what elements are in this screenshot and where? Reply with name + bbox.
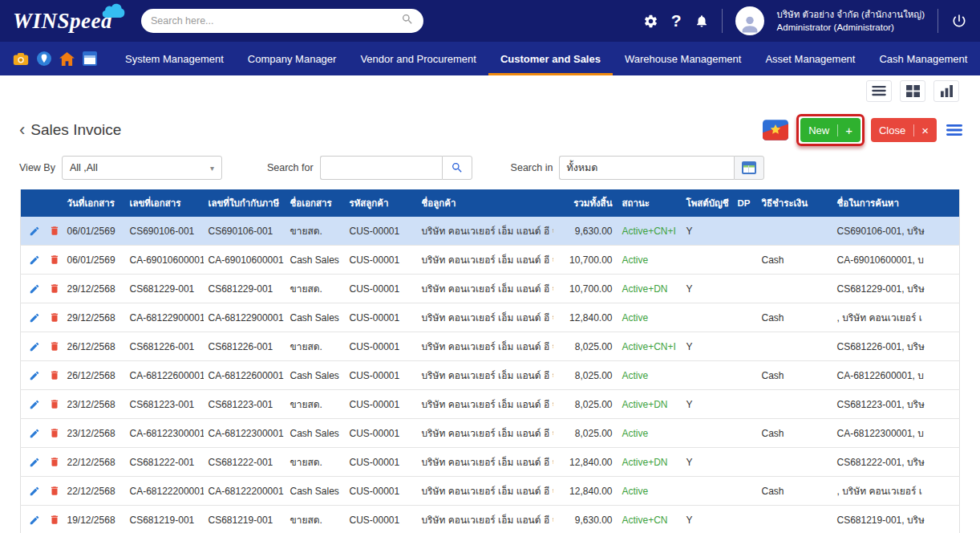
delete-trash-icon[interactable]: [49, 398, 60, 410]
column-header[interactable]: เลขที่ใบกำกับภาษี: [204, 189, 285, 217]
cell-status: Active: [618, 303, 682, 332]
cell-customer-name: บริษัท คอนเวเยอร์ เอ็ม แอนด์ อี จ: [417, 275, 553, 303]
edit-pencil-icon[interactable]: [29, 312, 40, 323]
cell-status: Active: [618, 419, 682, 448]
delete-trash-icon[interactable]: [49, 254, 60, 266]
delete-trash-icon[interactable]: [49, 369, 60, 381]
chart-view-icon[interactable]: [933, 80, 959, 102]
delete-trash-icon[interactable]: [49, 427, 60, 439]
cell-customer-code: CUS-00001: [345, 303, 417, 332]
global-search[interactable]: [141, 9, 423, 33]
cell-search-name: CA-68122300001, บ: [832, 419, 960, 448]
column-header[interactable]: รหัสลูกค้า: [345, 189, 417, 217]
delete-trash-icon[interactable]: [49, 340, 60, 352]
app-flag-icon-button[interactable]: [763, 119, 790, 141]
cell-payment: [757, 217, 832, 246]
back-button[interactable]: ‹: [19, 121, 25, 139]
page-actions: New + Close ×: [763, 114, 962, 146]
user-avatar[interactable]: [735, 6, 764, 35]
new-button[interactable]: New +: [800, 118, 861, 142]
close-button[interactable]: Close ×: [871, 118, 937, 142]
table-row[interactable]: 19/12/2568CS681219-001CS681219-001ขายสด.…: [21, 506, 960, 533]
search-for-button[interactable]: [442, 156, 472, 180]
column-header[interactable]: ชื่อในการค้นหา: [832, 189, 960, 217]
calendar-icon[interactable]: [83, 51, 97, 66]
table-row[interactable]: 06/01/2569CS690106-001CS690106-001ขายสด.…: [21, 217, 960, 246]
delete-trash-icon[interactable]: [49, 311, 60, 323]
column-header[interactable]: วันที่เอกสาร: [63, 189, 125, 217]
delete-trash-icon[interactable]: [49, 283, 60, 295]
annotation-highlight-box: New +: [796, 114, 865, 146]
nav-item-system-management[interactable]: System Management: [113, 42, 236, 75]
nav-item-vendor-and-procurement[interactable]: Vendor and Procurement: [348, 42, 488, 75]
cell-tax-invoice-no: CA-68122300001: [204, 419, 285, 448]
invoice-table-head-row: วันที่เอกสารเลขที่เอกสารเลขที่ใบกำกับภาษ…: [21, 189, 960, 217]
table-row[interactable]: 26/12/2568CA-68122600001CA-68122600001Ca…: [21, 361, 960, 390]
delete-trash-icon[interactable]: [49, 456, 60, 468]
home-icon[interactable]: [59, 52, 75, 66]
table-row[interactable]: 23/12/2568CS681223-001CS681223-001ขายสด.…: [21, 390, 960, 419]
nav-item-cash-management[interactable]: Cash Management: [867, 42, 979, 75]
search-in-input[interactable]: [559, 156, 734, 180]
cell-payment: Cash: [757, 419, 832, 448]
edit-pencil-icon[interactable]: [29, 457, 40, 468]
grid-view-icon[interactable]: [900, 80, 925, 102]
edit-pencil-icon[interactable]: [29, 370, 40, 381]
cell-payment: Cash: [757, 246, 832, 275]
cell-doc-name: ขายสด.: [285, 390, 345, 419]
help-icon[interactable]: ?: [671, 11, 682, 31]
column-header[interactable]: โพสต์บัญชี: [682, 189, 733, 217]
row-actions: [21, 448, 63, 477]
column-header[interactable]: ชื่อเอกสาร: [285, 189, 345, 217]
view-by-select[interactable]: All ,All ▾: [62, 156, 222, 180]
list-view-icon[interactable]: [866, 80, 892, 102]
table-row[interactable]: 23/12/2568CA-68122300001CA-68122300001Ca…: [21, 419, 960, 448]
search-in-picker-icon[interactable]: [734, 156, 764, 180]
search-for-input[interactable]: [320, 156, 442, 180]
table-row[interactable]: 29/12/2568CS681229-001CS681229-001ขายสด.…: [21, 275, 960, 303]
edit-pencil-icon[interactable]: [29, 254, 40, 266]
cell-total: 8,025.00: [553, 390, 618, 419]
notifications-bell-icon[interactable]: [695, 14, 709, 28]
nav-item-asset-management[interactable]: Asset Management: [753, 42, 867, 75]
cell-post-gl: [682, 477, 733, 506]
edit-pencil-icon[interactable]: [29, 515, 40, 526]
winspeed-app: WINSpeed ? บริษัท ตัวอย่าง จำก: [0, 0, 980, 533]
table-row[interactable]: 06/01/2569CA-69010600001CA-69010600001Ca…: [21, 246, 960, 275]
map-pin-icon[interactable]: [37, 51, 51, 66]
column-header[interactable]: สถานะ: [618, 189, 682, 217]
column-header[interactable]: เลขที่เอกสาร: [125, 189, 204, 217]
edit-pencil-icon[interactable]: [29, 283, 40, 295]
nav-item-customer-and-sales[interactable]: Customer and Sales: [488, 42, 613, 75]
column-header[interactable]: DP: [733, 189, 757, 217]
cell-tax-invoice-no: CS690106-001: [204, 217, 285, 246]
column-header[interactable]: ชื่อลูกค้า: [417, 189, 553, 217]
edit-pencil-icon[interactable]: [29, 428, 40, 439]
table-row[interactable]: 22/12/2568CA-68122200001CA-68122200001Ca…: [21, 477, 960, 506]
edit-pencil-icon[interactable]: [29, 341, 40, 352]
camera-icon[interactable]: [13, 52, 29, 66]
cell-total: 12,840.00: [553, 448, 618, 477]
cell-tax-invoice-no: CA-68122900001: [204, 303, 285, 332]
column-header[interactable]: รวมทั้งสิ้น: [553, 189, 618, 217]
filter-bar: View By All ,All ▾ Search for Search in: [0, 153, 980, 189]
table-row[interactable]: 29/12/2568CA-68122900001CA-68122900001Ca…: [21, 303, 960, 332]
settings-gear-icon[interactable]: [643, 14, 658, 29]
delete-trash-icon[interactable]: [49, 485, 60, 497]
edit-pencil-icon[interactable]: [29, 399, 40, 410]
menu-hamburger-icon[interactable]: [946, 124, 962, 136]
column-header[interactable]: วิธีชำระเงิน: [757, 189, 832, 217]
nav-item-warehouse-management[interactable]: Warehouse Management: [613, 42, 754, 75]
logout-power-icon[interactable]: [951, 13, 967, 29]
edit-pencil-icon[interactable]: [29, 226, 40, 237]
edit-pencil-icon[interactable]: [29, 486, 40, 497]
cell-dp: [733, 390, 757, 419]
global-search-input[interactable]: [151, 15, 401, 26]
nav-item-company-manager[interactable]: Company Manager: [236, 42, 349, 75]
cell-date: 06/01/2569: [63, 246, 125, 275]
table-row[interactable]: 22/12/2568CS681222-001CS681222-001ขายสด.…: [21, 448, 960, 477]
delete-trash-icon[interactable]: [49, 225, 60, 237]
cell-search-name: , บริษัท คอนเวเยอร์ เ: [832, 303, 960, 332]
delete-trash-icon[interactable]: [49, 514, 60, 526]
table-row[interactable]: 26/12/2568CS681226-001CS681226-001ขายสด.…: [21, 332, 960, 361]
